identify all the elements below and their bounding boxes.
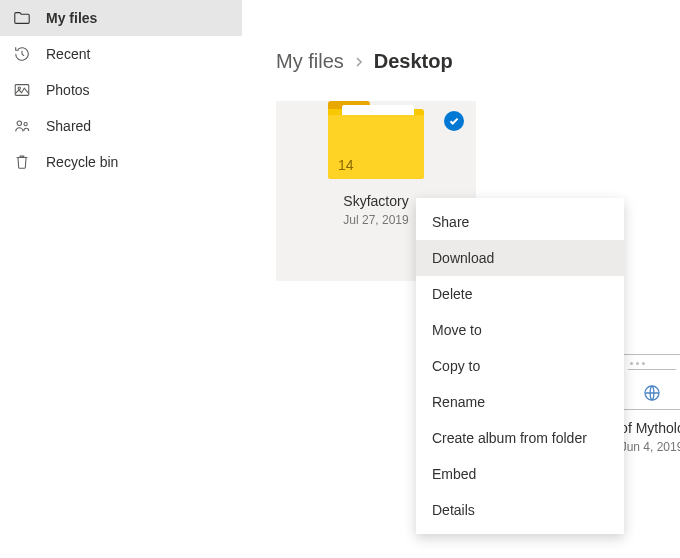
recycle-bin-icon bbox=[12, 152, 32, 172]
svg-point-1 bbox=[18, 87, 20, 89]
context-menu: Share Download Delete Move to Copy to Re… bbox=[416, 198, 624, 534]
svg-point-2 bbox=[17, 121, 22, 126]
folder-icon: 14 bbox=[328, 101, 424, 179]
menu-download[interactable]: Download bbox=[416, 240, 624, 276]
sidebar-item-label: My files bbox=[46, 10, 97, 26]
sidebar-item-my-files[interactable]: My files bbox=[0, 0, 242, 36]
svg-rect-0 bbox=[15, 85, 29, 96]
sidebar-item-label: Photos bbox=[46, 82, 90, 98]
sidebar-item-label: Shared bbox=[46, 118, 91, 134]
clock-icon bbox=[12, 44, 32, 64]
folder-item-count: 14 bbox=[338, 157, 354, 173]
sidebar-item-label: Recycle bin bbox=[46, 154, 118, 170]
svg-point-3 bbox=[24, 123, 27, 126]
folder-icon bbox=[12, 8, 32, 28]
sidebar-item-recent[interactable]: Recent bbox=[0, 36, 242, 72]
menu-copy-to[interactable]: Copy to bbox=[416, 348, 624, 384]
sidebar-item-shared[interactable]: Shared bbox=[0, 108, 242, 144]
chevron-right-icon bbox=[354, 54, 364, 70]
sidebar-item-label: Recent bbox=[46, 46, 90, 62]
menu-embed[interactable]: Embed bbox=[416, 456, 624, 492]
sidebar-item-recycle-bin[interactable]: Recycle bin bbox=[0, 144, 242, 180]
breadcrumb-current: Desktop bbox=[374, 50, 453, 73]
sidebar-item-photos[interactable]: Photos bbox=[0, 72, 242, 108]
menu-move-to[interactable]: Move to bbox=[416, 312, 624, 348]
shared-icon bbox=[12, 116, 32, 136]
menu-details[interactable]: Details bbox=[416, 492, 624, 528]
photos-icon bbox=[12, 80, 32, 100]
menu-delete[interactable]: Delete bbox=[416, 276, 624, 312]
selection-check-icon[interactable] bbox=[444, 111, 464, 131]
breadcrumb: My files Desktop bbox=[276, 50, 680, 73]
web-shortcut-icon bbox=[621, 354, 680, 410]
menu-rename[interactable]: Rename bbox=[416, 384, 624, 420]
menu-create-album[interactable]: Create album from folder bbox=[416, 420, 624, 456]
menu-share[interactable]: Share bbox=[416, 204, 624, 240]
sidebar: My files Recent Photos Shared Recycle bi… bbox=[0, 0, 242, 558]
breadcrumb-parent[interactable]: My files bbox=[276, 50, 344, 73]
